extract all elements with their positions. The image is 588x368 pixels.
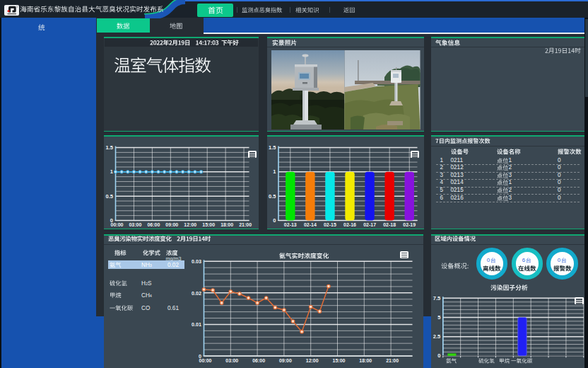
svg-text:09:00: 09:00 [165,222,178,227]
svg-text:0.5: 0.5 [106,193,113,200]
svg-text:03:00: 03:00 [129,222,141,227]
svg-text:06:00: 06:00 [147,222,160,227]
svg-text:18:00: 18:00 [359,358,372,363]
svg-text:15:00: 15:00 [202,222,215,227]
svg-text:02-17: 02-17 [363,222,376,227]
svg-text:1: 1 [273,168,276,175]
svg-text:21:00: 21:00 [239,222,252,227]
svg-text:06:00: 06:00 [252,358,265,363]
svg-text:1.5: 1.5 [106,144,113,151]
svg-text:5: 5 [437,314,440,321]
svg-text:7.5: 7.5 [433,295,440,301]
svg-text:0.01: 0.01 [192,321,201,328]
svg-text:15:00: 15:00 [333,358,346,363]
svg-text:02-14: 02-14 [304,222,317,227]
svg-text:03:00: 03:00 [225,358,238,363]
svg-text:00:00: 00:00 [199,358,212,363]
svg-text:0.02: 0.02 [192,290,201,297]
svg-text:12:00: 12:00 [184,222,196,227]
svg-text:02-18: 02-18 [383,222,396,227]
svg-text:18:00: 18:00 [220,222,233,227]
svg-text:0.03: 0.03 [192,258,201,265]
svg-text:00:00: 00:00 [111,222,124,227]
svg-text:1: 1 [110,168,113,175]
svg-text:09:00: 09:00 [279,358,292,363]
svg-text:02-15: 02-15 [324,222,336,227]
svg-text:0: 0 [437,352,440,359]
svg-text:21:00: 21:00 [386,358,399,363]
svg-text:1.5: 1.5 [269,144,276,151]
svg-text:0.5: 0.5 [269,193,276,200]
svg-text:12:00: 12:00 [306,358,319,363]
svg-text:0: 0 [273,217,276,224]
svg-text:02-19: 02-19 [403,222,416,227]
svg-text:2.5: 2.5 [433,333,440,340]
svg-text:02-13: 02-13 [284,222,297,227]
svg-text:02-16: 02-16 [343,222,356,227]
